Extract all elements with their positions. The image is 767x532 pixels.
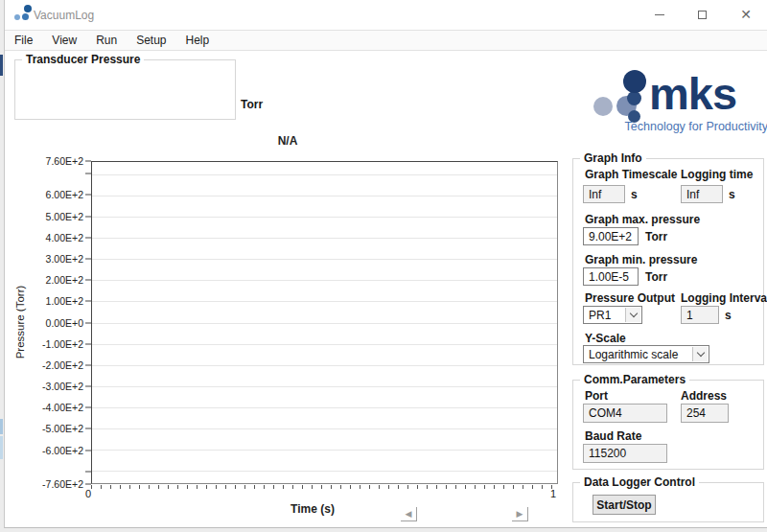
x-axis-tick-marks	[91, 485, 558, 489]
screen: VacuumLog ✕ FileViewRunSetupHelp Transdu…	[0, 0, 767, 532]
gridline	[92, 196, 557, 197]
y-scale-value: Logarithmic scale	[589, 348, 678, 361]
y-scale-dropdown[interactable]: Logarithmic scale	[583, 345, 709, 363]
y-tick-label: -4.00E+2	[42, 402, 83, 413]
graph-min-pressure-unit: Torr	[645, 270, 667, 284]
background-window-sliver	[0, 55, 3, 76]
address-input[interactable]: 254	[681, 404, 729, 423]
y-tick-mark	[85, 428, 91, 429]
menu-item-run[interactable]: Run	[91, 34, 122, 47]
transducer-pressure-group: Transducer Pressure	[14, 59, 236, 120]
y-tick-label: -6.00E+2	[42, 445, 83, 456]
y-tick-mark	[85, 386, 91, 387]
y-tick-label: -5.00E+2	[42, 423, 83, 434]
logging-interval-input[interactable]: 1	[681, 306, 719, 324]
gridline	[92, 174, 557, 175]
gridline	[92, 301, 557, 302]
app-icon	[22, 13, 29, 20]
menu-bar: FileViewRunSetupHelp	[5, 30, 767, 51]
maximize-icon	[698, 11, 707, 19]
logging-interval-label: Logging Interval	[681, 291, 767, 305]
y-tick-label: -3.00E+2	[42, 381, 83, 392]
minimize-icon	[655, 14, 664, 15]
pan-left-button[interactable]: ◀	[401, 507, 417, 521]
y-tick-mark	[85, 364, 91, 365]
baud-rate-input[interactable]: 115200	[583, 444, 667, 463]
y-tick-label: 4.00E+2	[46, 232, 83, 243]
pan-right-button[interactable]: ▶	[512, 507, 528, 521]
transducer-pressure-display	[17, 62, 233, 117]
menu-item-file[interactable]: File	[10, 34, 37, 47]
y-tick-mark	[85, 343, 91, 344]
y-tick-mark	[85, 216, 91, 217]
y-tick-label: 7.60E+2	[46, 155, 83, 167]
pressure-output-value: PR1	[589, 309, 611, 322]
comm-parameters-group: Comm.Parameters Port Address COM4 254 Ba…	[572, 380, 764, 470]
minimize-button[interactable]	[643, 0, 676, 29]
close-icon: ✕	[740, 8, 752, 21]
y-scale-label: Y-Scale	[585, 332, 626, 345]
y-tick-mark	[85, 173, 91, 174]
gridline	[92, 428, 557, 429]
menu-item-view[interactable]: View	[47, 34, 81, 47]
graph-timescale-label: Graph Timescale	[585, 168, 678, 181]
port-input[interactable]: COM4	[583, 404, 667, 423]
gridline	[92, 344, 557, 345]
y-axis-title: Pressure (Torr)	[14, 274, 26, 370]
y-tick-mark	[85, 450, 91, 451]
maximize-button[interactable]	[686, 0, 718, 29]
graph-min-pressure-input[interactable]: 1.00E-5	[583, 267, 639, 286]
graph-max-pressure-input[interactable]: 9.00E+2	[583, 227, 639, 245]
pressure-output-dropdown[interactable]: PR1	[583, 306, 642, 324]
gridline	[92, 280, 557, 281]
y-tick-mark	[85, 471, 91, 472]
pressure-output-label: Pressure Output	[585, 291, 675, 305]
port-label: Port	[585, 389, 608, 403]
x-axis-title: Time (s)	[260, 502, 365, 516]
pan-left-icon: ◀	[406, 510, 412, 519]
logging-interval-unit: s	[725, 309, 732, 322]
gridline	[92, 259, 557, 260]
menu-item-setup[interactable]: Setup	[131, 34, 171, 47]
gridline	[92, 471, 557, 472]
y-tick-label: 2.00E+2	[46, 274, 83, 286]
y-tick-mark	[85, 258, 91, 259]
y-tick-label: -2.00E+2	[42, 359, 83, 371]
gridline	[92, 407, 557, 408]
gridline	[92, 323, 557, 324]
chevron-down-icon	[692, 347, 708, 361]
graph-max-pressure-label: Graph max. pressure	[585, 213, 700, 226]
baud-rate-label: Baud Rate	[585, 429, 641, 443]
y-tick-mark	[85, 407, 91, 408]
logging-time-unit: s	[729, 188, 735, 201]
pan-right-icon: ▶	[517, 510, 523, 519]
logging-time-label: Logging time	[681, 168, 753, 181]
gridline	[92, 386, 557, 387]
y-tick-label: 6.00E+2	[46, 189, 83, 200]
close-button[interactable]: ✕	[730, 0, 762, 29]
mks-logo-dot	[623, 70, 646, 93]
y-tick-label: -1.00E+2	[42, 338, 83, 350]
menu-item-help[interactable]: Help	[181, 34, 215, 47]
start-stop-button[interactable]: Start/Stop	[593, 495, 656, 515]
graph-timescale-unit: s	[631, 188, 638, 201]
logging-time-input[interactable]: Inf	[681, 185, 723, 203]
graph-min-pressure-label: Graph min. pressure	[585, 253, 697, 266]
chevron-down-icon	[625, 308, 640, 322]
x-tick-1: 1	[550, 488, 556, 499]
vacuumlog-window: VacuumLog ✕ FileViewRunSetupHelp Transdu…	[4, 0, 767, 528]
graph-max-pressure-unit: Torr	[645, 230, 667, 243]
y-tick-mark	[85, 280, 91, 281]
comm-parameters-title: Comm.Parameters	[580, 373, 689, 386]
data-logger-control-group: Data Logger Control Start/Stop	[572, 482, 764, 522]
background-window-sliver	[0, 419, 3, 434]
transducer-unit-label: Torr	[241, 98, 263, 111]
plot-area	[91, 161, 558, 484]
y-tick-label: 1.00E+2	[46, 295, 83, 307]
graph-timescale-input[interactable]: Inf	[583, 185, 625, 203]
graph-info-title: Graph Info	[580, 151, 646, 165]
y-tick-label: 3.00E+2	[46, 253, 83, 265]
y-tick-mark	[85, 237, 91, 238]
y-axis-tick-marks	[85, 161, 91, 484]
mks-tagline: Technology for Productivity	[584, 120, 767, 133]
